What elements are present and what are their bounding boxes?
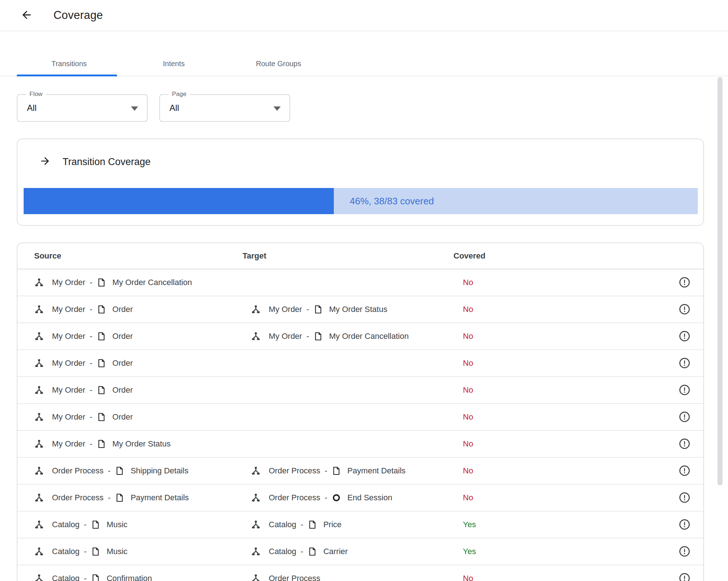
- tab-label: Intents: [163, 60, 185, 68]
- flow-select-value: All: [27, 103, 37, 113]
- vertical-scrollbar-thumb[interactable]: [717, 77, 723, 485]
- table-row: My Order-OrderMy Order-My Order Cancella…: [17, 323, 703, 350]
- target-entity: Catalog-Carrier: [243, 547, 453, 557]
- page-name: Confirmation: [107, 574, 152, 581]
- hyphen-separator: -: [90, 332, 92, 341]
- hyphen-separator: -: [301, 547, 303, 556]
- table-row: Catalog-MusicCatalog-PriceYes: [17, 512, 703, 538]
- info-button[interactable]: [679, 330, 691, 342]
- page-icon: [97, 305, 106, 314]
- source-entity: Catalog-Music: [34, 520, 243, 530]
- tab-route-groups[interactable]: Route Groups: [226, 51, 331, 76]
- source-cell: Catalog-Confirmation: [34, 574, 243, 581]
- target-cell: My Order-My Order Cancellation: [243, 332, 453, 341]
- covered-cell: Yes: [453, 520, 676, 529]
- info-button[interactable]: [679, 465, 691, 477]
- page-icon: [91, 574, 100, 581]
- progress-label: 46%, 38/83 covered: [350, 196, 434, 207]
- tab-transitions[interactable]: Transitions: [17, 51, 121, 76]
- page-icon: [115, 493, 124, 502]
- hyphen-separator: -: [84, 574, 87, 581]
- flow-name: Catalog: [52, 547, 80, 556]
- flow-icon: [251, 520, 261, 530]
- flow-name: Order Process: [52, 493, 104, 502]
- info-button[interactable]: [679, 277, 691, 288]
- info-button[interactable]: [679, 492, 691, 504]
- table-body: My Order-My Order CancellationNoMy Order…: [17, 269, 703, 581]
- table-row: Order Process-Shipping DetailsOrder Proc…: [17, 458, 703, 485]
- table-row: My Order-OrderNo: [17, 350, 703, 377]
- error-outline-icon: [679, 526, 690, 531]
- page-name: My Order Status: [112, 439, 171, 449]
- source-cell: Order Process-Payment Details: [34, 493, 243, 503]
- info-cell: [676, 384, 693, 396]
- page-name: Payment Details: [131, 493, 189, 502]
- back-button[interactable]: [20, 9, 33, 22]
- hyphen-separator: -: [108, 493, 111, 502]
- page-icon: [97, 332, 106, 341]
- error-outline-icon: [679, 310, 690, 316]
- page-name: My Order Cancellation: [112, 278, 192, 287]
- flow-select[interactable]: Flow All: [17, 94, 148, 122]
- flow-icon: [251, 305, 261, 314]
- info-button[interactable]: [679, 546, 691, 557]
- page-name: Shipping Details: [131, 466, 188, 476]
- error-outline-icon: [679, 391, 690, 397]
- page-icon: [97, 412, 106, 422]
- hyphen-separator: -: [307, 332, 309, 341]
- page-name: Payment Details: [347, 466, 405, 476]
- info-button[interactable]: [679, 357, 691, 369]
- info-button[interactable]: [679, 519, 691, 530]
- flow-icon: [34, 305, 44, 314]
- covered-cell: No: [453, 278, 676, 287]
- table-header-row: Source Target Covered: [17, 243, 703, 269]
- flow-name: My Order: [52, 278, 85, 287]
- tab-label: Route Groups: [256, 60, 301, 68]
- page-name: Price: [323, 520, 341, 529]
- coverage-progress-bar: 46%, 38/83 covered: [24, 188, 698, 214]
- info-cell: [676, 492, 693, 504]
- page-icon: [97, 278, 106, 287]
- info-button[interactable]: [679, 573, 691, 581]
- error-outline-icon: [679, 580, 690, 581]
- page-icon: [97, 358, 106, 368]
- source-cell: My Order-My Order Status: [34, 439, 243, 449]
- page-select[interactable]: Page All: [159, 94, 290, 122]
- info-button[interactable]: [679, 384, 691, 396]
- covered-value: No: [463, 439, 473, 448]
- page-icon: [91, 547, 100, 556]
- target-cell: Order Process-Payment Details: [243, 466, 453, 476]
- info-cell: [676, 304, 693, 315]
- info-button[interactable]: [679, 411, 691, 423]
- flow-icon: [34, 520, 44, 530]
- flow-name: My Order: [52, 412, 85, 422]
- hyphen-separator: -: [325, 466, 327, 476]
- flow-name: Catalog: [269, 520, 296, 529]
- error-outline-icon: [679, 284, 690, 289]
- flow-icon: [34, 493, 44, 503]
- flow-select-label: Flow: [26, 91, 46, 98]
- page-icon: [308, 520, 317, 529]
- info-button[interactable]: [679, 438, 691, 450]
- covered-cell: No: [453, 412, 676, 422]
- tab-intents[interactable]: Intents: [121, 51, 226, 76]
- covered-value: Yes: [463, 547, 476, 556]
- column-header-covered: Covered: [453, 251, 676, 261]
- covered-cell: No: [453, 574, 676, 581]
- source-cell: My Order-Order: [34, 385, 243, 395]
- hyphen-separator: -: [84, 520, 87, 529]
- page-name: Order: [112, 412, 133, 422]
- page-name: My Order Cancellation: [329, 332, 409, 341]
- source-cell: Catalog-Music: [34, 547, 243, 557]
- hyphen-separator: -: [108, 466, 111, 476]
- progress-fill: [24, 188, 334, 214]
- source-entity: My Order-My Order Status: [34, 439, 243, 449]
- info-button[interactable]: [679, 304, 691, 315]
- hyphen-separator: -: [301, 520, 303, 529]
- hyphen-separator: -: [90, 439, 92, 449]
- info-cell: [676, 357, 693, 369]
- source-cell: My Order-Order: [34, 358, 243, 368]
- table-row: My Order-OrderNo: [17, 404, 703, 431]
- error-outline-icon: [679, 445, 690, 450]
- target-cell: Catalog-Carrier: [243, 547, 453, 557]
